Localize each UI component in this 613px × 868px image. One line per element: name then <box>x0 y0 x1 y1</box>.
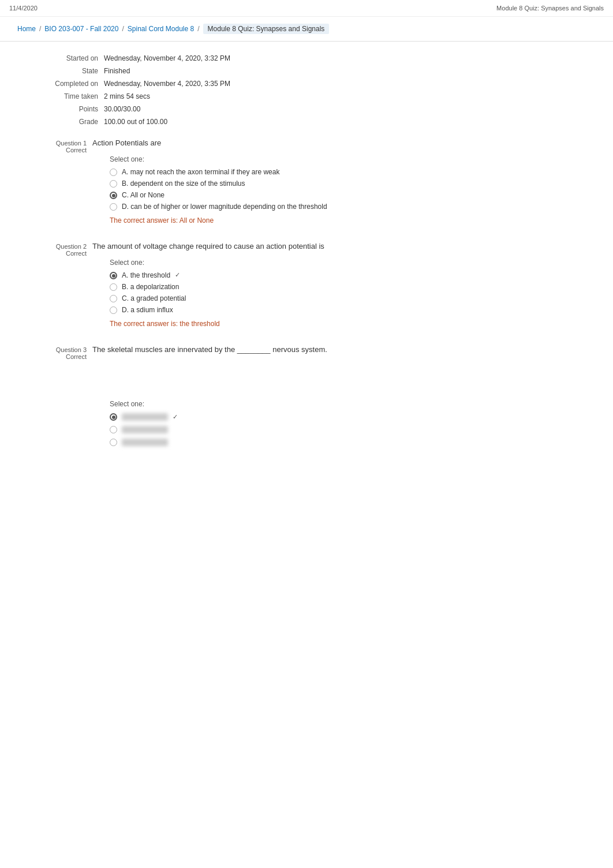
breadcrumb-sep-3: / <box>197 25 199 33</box>
q2-option-d: D. a sdium influx <box>110 306 596 314</box>
q3-radio-a <box>110 413 117 421</box>
q2-sublabel: Correct <box>66 250 87 257</box>
q2-select-label: Select one: <box>110 259 596 267</box>
q3-option-c <box>110 438 596 446</box>
q1-option-d: D. can be of higher or lower magnitude d… <box>110 203 596 211</box>
q2-check-a: ✓ <box>175 271 180 279</box>
q1-option-c: C. All or None <box>110 191 596 199</box>
q2-option-a-label: A. the threshold <box>122 271 170 279</box>
state-value: Finished <box>104 66 596 76</box>
q2-option-b: B. a depolarization <box>110 283 596 291</box>
q2-radio-b <box>110 283 117 291</box>
breadcrumb-spinal[interactable]: Spinal Cord Module 8 <box>128 25 194 33</box>
q1-option-a: A. may not reach the axon terminal if th… <box>110 168 596 176</box>
q3-option-a: ✓ <box>110 413 596 421</box>
q1-text: Action Potentials are <box>92 139 596 147</box>
quiz-meta: Started on Wednesday, November 4, 2020, … <box>17 53 596 127</box>
question-2-block: Question 2 Correct The amount of voltage… <box>17 242 596 328</box>
breadcrumb-current: Module 8 Quiz: Synapses and Signals <box>203 24 330 34</box>
q2-radio-c <box>110 295 117 302</box>
q3-option-b-blurred <box>122 426 168 433</box>
q1-option-c-label: C. All or None <box>122 191 165 199</box>
time-taken-value: 2 mins 54 secs <box>104 91 596 102</box>
q2-option-d-label: D. a sdium influx <box>122 306 173 314</box>
q1-radio-b <box>110 180 117 188</box>
question-3-block: Question 3 Correct The skeletal muscles … <box>17 345 596 451</box>
state-label: State <box>17 66 98 76</box>
time-taken-label: Time taken <box>17 91 98 102</box>
q1-select-label: Select one: <box>110 155 596 163</box>
q2-radio-d <box>110 306 117 314</box>
q1-option-d-label: D. can be of higher or lower magnitude d… <box>122 203 327 211</box>
q3-option-c-blurred <box>122 439 168 446</box>
question-1-block: Question 1 Correct Action Potentials are… <box>17 139 596 225</box>
q2-option-a: A. the threshold ✓ <box>110 271 596 279</box>
breadcrumb-bio[interactable]: BIO 203-007 - Fall 2020 <box>44 25 118 33</box>
q1-correct-answer: The correct answer is: All or None <box>110 216 596 225</box>
q2-option-c: C. a graded potential <box>110 294 596 302</box>
q2-number: Question 2 <box>56 243 87 250</box>
q3-radio-b <box>110 426 117 433</box>
q2-text: The amount of voltage change required to… <box>92 242 596 250</box>
q1-option-a-label: A. may not reach the axon terminal if th… <box>122 168 279 176</box>
q2-option-b-label: B. a depolarization <box>122 283 179 291</box>
q1-radio-c <box>110 192 117 199</box>
page-title-topbar: Module 8 Quiz: Synapses and Signals <box>496 5 604 12</box>
breadcrumb-sep-1: / <box>39 25 41 33</box>
q3-option-a-blurred <box>122 413 168 421</box>
date-label: 11/4/2020 <box>9 5 38 12</box>
grade-label: Grade <box>17 117 98 127</box>
q1-radio-a <box>110 169 117 176</box>
q2-correct-answer: The correct answer is: the threshold <box>110 320 596 328</box>
started-on-value: Wednesday, November 4, 2020, 3:32 PM <box>104 53 596 63</box>
breadcrumb: Home / BIO 203-007 - Fall 2020 / Spinal … <box>0 17 613 42</box>
breadcrumb-home[interactable]: Home <box>17 25 36 33</box>
q3-text: The skeletal muscles are innervated by t… <box>92 345 596 354</box>
q1-number: Question 1 <box>56 140 87 147</box>
completed-on-value: Wednesday, November 4, 2020, 3:35 PM <box>104 78 596 89</box>
completed-on-label: Completed on <box>17 78 98 89</box>
q2-radio-a <box>110 272 117 279</box>
grade-value: 100.00 out of 100.00 <box>104 117 596 127</box>
q3-sublabel: Correct <box>66 353 87 360</box>
q3-radio-c <box>110 439 117 446</box>
points-label: Points <box>17 104 98 114</box>
started-on-label: Started on <box>17 53 98 63</box>
q1-radio-d <box>110 203 117 211</box>
q2-option-c-label: C. a graded potential <box>122 294 186 302</box>
q3-select-label: Select one: <box>110 400 596 408</box>
q3-option-b <box>110 425 596 433</box>
q3-number: Question 3 <box>56 346 87 353</box>
q1-sublabel: Correct <box>66 147 87 154</box>
breadcrumb-sep-2: / <box>122 25 124 33</box>
q3-check-a: ✓ <box>173 413 178 421</box>
points-value: 30.00/30.00 <box>104 104 596 114</box>
q1-option-b-label: B. dependent on the size of the stimulus <box>122 179 245 188</box>
q1-option-b: B. dependent on the size of the stimulus <box>110 179 596 188</box>
